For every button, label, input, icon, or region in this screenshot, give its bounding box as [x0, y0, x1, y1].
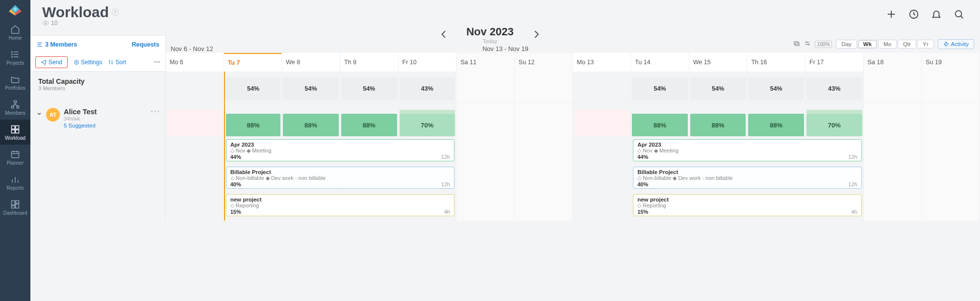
util-empty [574, 110, 630, 136]
member-name[interactable]: Alice Test [64, 108, 97, 116]
sort-icon [108, 59, 114, 65]
task-block[interactable]: Billable Project◇ Non-billable ◆ Dev wor… [226, 167, 455, 189]
bell-button[interactable] [931, 9, 942, 21]
zoom-year[interactable]: Yr [917, 40, 934, 49]
day-header[interactable]: Th 16 [747, 53, 805, 72]
day-header[interactable]: Tu 14 [631, 53, 689, 72]
util-bar[interactable]: 88% [632, 114, 688, 136]
capacity-title: Total Capacity [38, 77, 157, 85]
task-pct: 15% [230, 209, 451, 215]
util-bar[interactable]: 88% [690, 114, 746, 136]
nav-dashboard[interactable]: Dashboard [0, 195, 30, 220]
grid-icon [10, 125, 20, 134]
day-header[interactable]: Mo 6 [166, 53, 224, 72]
util-bar[interactable]: 88% [226, 114, 281, 136]
task-block[interactable]: Billable Project◇ Non-billable ◆ Dev wor… [633, 167, 862, 189]
day-header[interactable]: Fr 10 [399, 53, 457, 72]
capacity-cell [515, 72, 573, 102]
day-header[interactable]: Th 9 [340, 53, 399, 72]
zoom-week[interactable]: Wk [858, 40, 877, 49]
day-header[interactable]: Sa 11 [456, 53, 515, 72]
task-block[interactable]: Apr 2023◇ Nov ◆ Meeting44%12h [633, 139, 862, 161]
util-bar[interactable]: 88% [341, 114, 397, 136]
util-bar[interactable]: 88% [748, 114, 804, 136]
prev-button[interactable] [439, 29, 449, 41]
day-header[interactable]: Su 12 [515, 53, 573, 72]
nav-projects[interactable]: Projects [0, 45, 30, 70]
task-meta: ◇ Reporting [230, 202, 451, 209]
app-logo[interactable] [8, 3, 23, 18]
nav-reports[interactable]: Reports [0, 170, 30, 195]
requests-link[interactable]: Requests [132, 41, 159, 48]
day-header[interactable]: Mo 13 [573, 53, 631, 72]
capacity-bar[interactable]: 54% [283, 77, 339, 100]
nav-home[interactable]: Home [0, 20, 30, 45]
activity-label: Activity [951, 41, 969, 47]
zoom-percent[interactable]: 100% [815, 41, 832, 48]
day-header[interactable]: Tu 7 [224, 53, 282, 72]
clock-button[interactable] [908, 9, 919, 21]
filter-icon[interactable] [804, 40, 811, 49]
main: Workload ? 10 Nov 2023 Today 3 [30, 0, 980, 221]
nav-members[interactable]: Members [0, 95, 30, 120]
sort-link[interactable]: Sort [108, 59, 126, 66]
member-section: AT Alice Test 34h/wk 5 Suggested ••• 88%… [30, 103, 980, 138]
svg-rect-28 [16, 201, 19, 203]
zoom-month[interactable]: Mo [878, 40, 897, 49]
task-title: Billable Project [230, 169, 451, 175]
capacity-bar[interactable]: 54% [748, 77, 804, 100]
list-icon [36, 41, 43, 48]
capacity-bar[interactable]: 43% [806, 77, 862, 100]
capacity-cell [166, 72, 224, 102]
task-hours: 12h [441, 181, 450, 187]
day-header[interactable]: We 8 [282, 53, 340, 72]
nav-workload[interactable]: Workload [0, 120, 30, 145]
member-cell [515, 103, 573, 138]
util-bar[interactable]: 88% [283, 114, 339, 136]
zoom-day[interactable]: Day [836, 40, 856, 49]
task-title: Apr 2023 [230, 142, 451, 148]
nav-planner[interactable]: Planner [0, 145, 30, 170]
task-block[interactable]: new project◇ Reporting15%4h [633, 194, 862, 216]
capacity-bar[interactable]: 54% [341, 77, 397, 100]
page-title: Workload [42, 4, 109, 21]
bolt-icon [943, 41, 949, 47]
day-header[interactable]: Fr 17 [805, 53, 864, 72]
task-meta: ◇ Non-billable ◆ Dev work - non billable [637, 175, 857, 181]
capacity-bar[interactable]: 54% [632, 77, 688, 100]
avatar[interactable]: AT [46, 108, 60, 122]
capacity-bar[interactable]: 43% [400, 77, 455, 100]
svg-rect-27 [12, 201, 15, 205]
task-title: Apr 2023 [637, 142, 857, 148]
capacity-bar[interactable]: 54% [226, 77, 281, 100]
member-more[interactable]: ••• [151, 108, 160, 115]
help-icon[interactable]: ? [112, 9, 119, 16]
search-button[interactable] [954, 9, 964, 21]
send-button[interactable]: Send [35, 56, 68, 68]
day-header[interactable]: Su 19 [922, 53, 980, 72]
settings-link[interactable]: Settings [74, 59, 102, 66]
capacity-subtitle: 3 Members [38, 85, 157, 91]
add-button[interactable] [886, 9, 897, 21]
collapse-toggle[interactable] [36, 108, 42, 118]
members-link[interactable]: 3 Members [36, 41, 77, 48]
day-header[interactable]: We 15 [689, 53, 748, 72]
member-suggested[interactable]: 5 Suggested [64, 123, 97, 128]
nav-portfolios[interactable]: Portfolios [0, 70, 30, 95]
task-block[interactable]: Apr 2023◇ Nov ◆ Meeting44%12h [226, 139, 455, 161]
util-bar[interactable]: 70% [806, 114, 862, 136]
legend-icon[interactable] [793, 40, 800, 49]
more-actions[interactable]: ••• [153, 58, 160, 66]
util-bar[interactable]: 70% [400, 114, 455, 136]
task-hours: 4h [851, 209, 857, 215]
activity-button[interactable]: Activity [938, 39, 974, 49]
next-button[interactable] [531, 29, 541, 41]
task-meta: ◇ Non-billable ◆ Dev work - non billable [230, 175, 451, 181]
zoom-quarter[interactable]: Qtr [898, 40, 916, 49]
task-block[interactable]: new project◇ Reporting15%4h [226, 194, 455, 216]
members-link-label: 3 Members [45, 41, 77, 48]
task-hours: 4h [444, 209, 450, 215]
nav-label: Home [9, 35, 22, 41]
capacity-bar[interactable]: 54% [690, 77, 746, 100]
day-header[interactable]: Sa 18 [864, 53, 922, 72]
